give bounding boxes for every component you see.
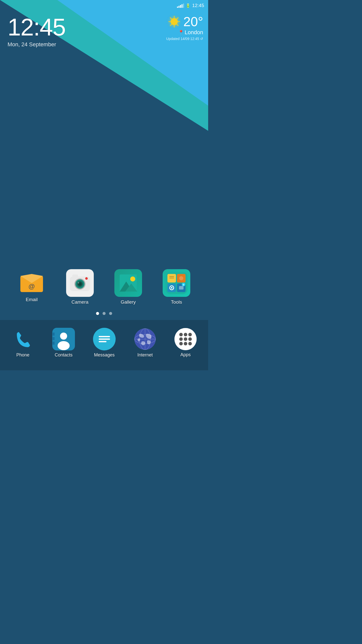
svg-line-7 (170, 24, 172, 26)
messages-label: Messages (94, 352, 115, 358)
svg-point-40 (58, 341, 70, 350)
page-indicators (0, 312, 208, 315)
svg-point-22 (130, 276, 135, 281)
status-bar: 🔋 12:45 (0, 0, 208, 11)
svg-line-4 (170, 18, 172, 19)
svg-point-56 (184, 333, 187, 336)
clock-time: 12:45 (8, 15, 65, 39)
contacts-icon (52, 328, 75, 350)
tools-icon: 9 (163, 269, 190, 297)
svg-point-59 (184, 337, 187, 341)
svg-point-55 (179, 333, 183, 336)
weather-city: 📍 London (166, 29, 203, 36)
messages-icon (93, 328, 116, 350)
camera-icon (66, 269, 94, 297)
svg-point-19 (85, 277, 88, 280)
svg-text:@: @ (28, 283, 35, 290)
app-gallery[interactable]: Gallery (114, 269, 142, 305)
gallery-label: Gallery (121, 299, 136, 305)
svg-point-61 (179, 342, 183, 345)
gallery-icon (114, 269, 142, 297)
svg-rect-35 (179, 286, 184, 290)
camera-label: Camera (71, 299, 88, 305)
contacts-label: Contacts (55, 352, 72, 358)
svg-rect-41 (53, 333, 55, 336)
svg-rect-13 (72, 274, 78, 277)
dock: Phone Contacts (0, 320, 208, 370)
page-dot-3[interactable] (109, 312, 112, 315)
svg-point-63 (188, 342, 192, 345)
clock-widget: 12:45 Mon, 24 September (8, 15, 65, 48)
tools-label: Tools (171, 299, 182, 305)
email-icon: @ (18, 272, 46, 294)
svg-point-39 (60, 333, 67, 340)
dock-internet[interactable]: Internet (134, 328, 156, 358)
apps-label: Apps (180, 352, 191, 357)
svg-point-60 (188, 337, 192, 341)
dock-messages[interactable]: Messages (93, 328, 116, 358)
location-pin-icon: 📍 (178, 30, 184, 35)
svg-point-62 (184, 342, 187, 345)
svg-text:9: 9 (183, 284, 184, 286)
svg-line-5 (177, 24, 178, 26)
app-email[interactable]: @ Email (18, 272, 46, 302)
dock-apps[interactable]: Apps (174, 328, 197, 357)
page-dot-2[interactable] (103, 312, 106, 315)
svg-point-58 (179, 337, 183, 341)
svg-point-30 (179, 276, 183, 280)
svg-rect-43 (53, 342, 55, 345)
svg-point-8 (171, 19, 177, 25)
svg-point-33 (171, 287, 172, 289)
weather-temperature: 20° (183, 15, 203, 28)
svg-point-18 (78, 282, 79, 284)
apps-icon (174, 328, 197, 350)
phone-icon (12, 328, 34, 350)
page-dot-1[interactable] (96, 312, 99, 315)
weather-widget[interactable]: 20° 📍 London Updated 14/09 12:45 ↺ (166, 15, 203, 41)
app-grid: @ Email Camera (0, 269, 208, 305)
email-label: Email (26, 297, 38, 302)
clock-date: Mon, 24 September (8, 41, 65, 48)
dock-phone[interactable]: Phone (12, 328, 34, 358)
battery-icon: 🔋 (186, 3, 191, 8)
app-camera[interactable]: Camera (66, 269, 94, 305)
app-tools[interactable]: 9 Tools (163, 269, 190, 305)
svg-point-57 (188, 333, 192, 336)
dock-contacts[interactable]: Contacts (52, 328, 75, 358)
svg-line-6 (177, 18, 178, 19)
internet-label: Internet (137, 352, 153, 358)
phone-label: Phone (16, 352, 29, 358)
weather-sun-icon (168, 15, 181, 28)
internet-icon (134, 328, 156, 350)
svg-rect-42 (53, 337, 55, 340)
weather-updated: Updated 14/09 12:45 ↺ (166, 37, 203, 41)
signal-icon (177, 3, 184, 8)
status-time: 12:45 (192, 3, 204, 8)
